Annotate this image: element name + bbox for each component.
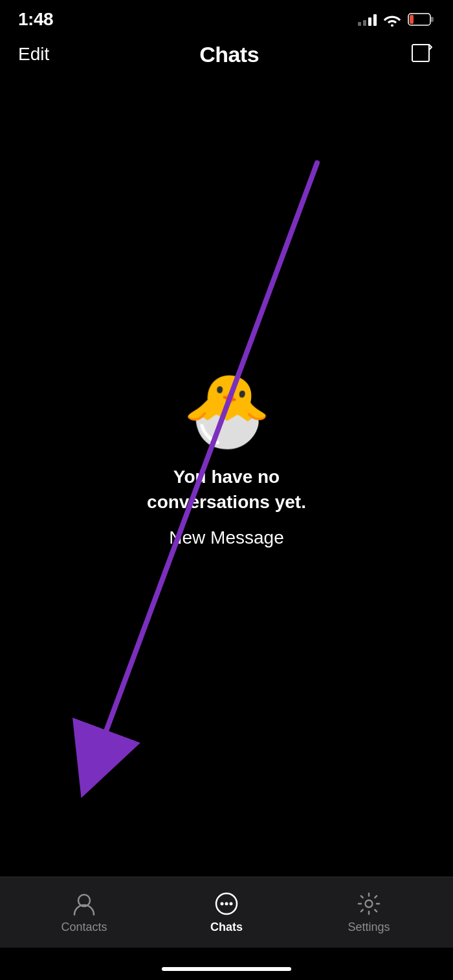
svg-rect-1: [430, 17, 434, 22]
battery-icon: [408, 12, 435, 27]
svg-point-11: [365, 900, 372, 908]
svg-point-10: [229, 902, 232, 906]
svg-point-8: [220, 902, 223, 906]
empty-state-emoji: 🐣: [182, 375, 271, 446]
tab-contacts[interactable]: Contacts: [14, 891, 155, 934]
no-conversations-text: You have no conversations yet.: [147, 464, 306, 515]
home-indicator: [162, 967, 291, 971]
arrow-annotation: [0, 79, 453, 844]
contacts-icon: [71, 891, 97, 917]
settings-label: Settings: [348, 921, 390, 934]
compose-button[interactable]: [409, 41, 435, 67]
page-title: Chats: [199, 42, 259, 67]
chats-icon: [214, 891, 239, 917]
edit-button[interactable]: Edit: [18, 44, 49, 65]
chats-label: Chats: [210, 921, 243, 934]
status-icons: [358, 12, 435, 27]
signal-icon: [358, 13, 377, 26]
tab-bar: Contacts Chats Settings: [0, 877, 453, 948]
tab-chats[interactable]: Chats: [156, 891, 297, 934]
svg-rect-2: [410, 15, 414, 24]
svg-point-9: [225, 902, 228, 906]
nav-bar: Edit Chats: [0, 34, 453, 79]
main-content: 🐣 You have no conversations yet. New Mes…: [0, 79, 453, 844]
contacts-label: Contacts: [61, 921, 107, 934]
status-time: 1:48: [18, 9, 53, 30]
tab-settings[interactable]: Settings: [298, 891, 439, 934]
settings-icon: [356, 891, 382, 917]
new-message-link[interactable]: New Message: [169, 527, 283, 548]
wifi-icon: [383, 12, 401, 27]
svg-rect-3: [412, 45, 429, 61]
status-bar: 1:48: [0, 0, 453, 34]
